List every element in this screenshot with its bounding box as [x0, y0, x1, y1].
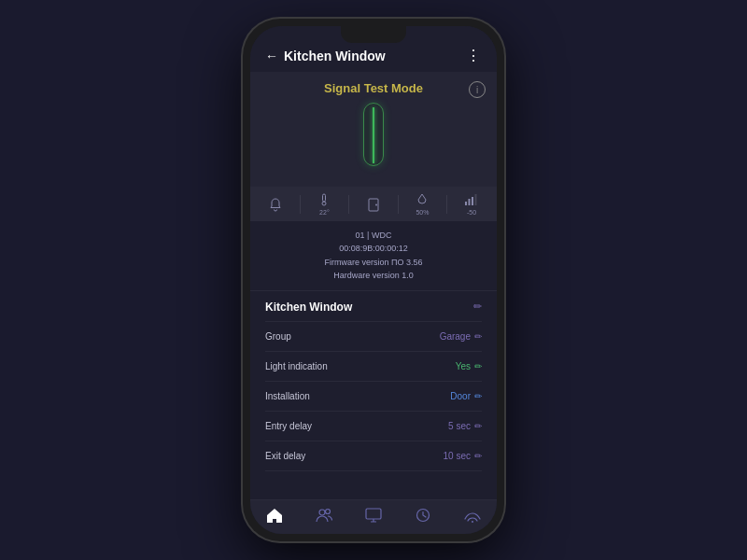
humidity-value: 50%: [416, 209, 429, 216]
info-icon-button[interactable]: i: [469, 81, 486, 98]
signal-nav-icon: [463, 508, 482, 523]
device-hardware-line: Hardware version 1.0: [265, 269, 482, 282]
light-edit-icon[interactable]: ✏: [474, 361, 482, 371]
device-name-row: Kitchen Window ✏: [265, 291, 482, 322]
monitor-icon: [364, 508, 383, 523]
setting-row-installation[interactable]: Installation Door ✏: [265, 382, 482, 412]
setting-row-exit-delay[interactable]: Exit delay 10 sec ✏: [265, 441, 482, 471]
svg-point-3: [375, 203, 377, 205]
signal-icon: [464, 192, 479, 207]
setting-row-entry-delay[interactable]: Entry delay 5 sec ✏: [265, 412, 482, 441]
entry-delay-value: 5 sec ✏: [448, 421, 482, 431]
back-button[interactable]: ←: [265, 49, 278, 63]
nav-monitor[interactable]: [364, 508, 383, 523]
device-id-line: 01 | WDC: [265, 229, 482, 242]
svg-rect-0: [323, 194, 326, 202]
group-value: Garage ✏: [440, 331, 482, 342]
svg-rect-6: [472, 197, 473, 205]
sensor-line: [373, 107, 374, 163]
exit-delay-value: 10 sec ✏: [444, 451, 482, 461]
svg-point-8: [319, 510, 325, 515]
divider: [398, 195, 399, 214]
installation-value: Door ✏: [450, 391, 482, 401]
status-humidity: 50%: [415, 192, 430, 216]
history-icon: [414, 508, 432, 523]
device-info: 01 | WDC 00:08:9B:00:00:12 Firmware vers…: [250, 221, 497, 291]
divider: [300, 195, 301, 214]
status-door: [366, 197, 381, 212]
entry-delay-edit-icon[interactable]: ✏: [474, 421, 482, 431]
nav-users[interactable]: [315, 508, 333, 523]
temp-value: 22°: [319, 209, 330, 216]
entry-delay-label: Entry delay: [265, 421, 312, 431]
light-value: Yes ✏: [456, 361, 482, 371]
phone-screen: ← Kitchen Window ⋮ Signal Test Mode i: [250, 26, 497, 534]
signal-test-section: Signal Test Mode i: [250, 72, 497, 187]
device-name: Kitchen Window: [265, 301, 352, 314]
exit-delay-edit-icon[interactable]: ✏: [474, 451, 482, 461]
installation-label: Installation: [265, 391, 310, 401]
sensor-visual: [359, 103, 388, 168]
users-icon: [315, 508, 333, 523]
svg-point-9: [326, 510, 331, 514]
notch: [341, 26, 406, 43]
phone-frame: ← Kitchen Window ⋮ Signal Test Mode i: [243, 19, 504, 541]
device-firmware-line: Firmware version ПО 3.56: [265, 256, 482, 269]
door-icon: [366, 197, 381, 212]
setting-row-light[interactable]: Light indication Yes ✏: [265, 352, 482, 382]
group-label: Group: [265, 331, 291, 342]
setting-row-group[interactable]: Group Garage ✏: [265, 322, 482, 352]
svg-rect-4: [465, 202, 467, 205]
nav-signal[interactable]: [463, 508, 482, 523]
svg-rect-7: [475, 194, 477, 205]
nav-home[interactable]: [265, 508, 284, 523]
page-title: Kitchen Window: [284, 49, 386, 63]
light-label: Light indication: [265, 361, 328, 371]
signal-test-title: Signal Test Mode: [324, 81, 423, 95]
installation-edit-icon[interactable]: ✏: [474, 391, 482, 401]
header-left[interactable]: ← Kitchen Window: [265, 49, 386, 63]
exit-delay-label: Exit delay: [265, 451, 305, 461]
svg-rect-10: [366, 509, 381, 519]
home-icon: [265, 508, 284, 523]
nav-history[interactable]: [414, 508, 432, 523]
settings-list: Kitchen Window ✏ Group Garage ✏ Light in…: [250, 291, 497, 471]
status-signal: -50: [464, 192, 479, 216]
content-area: Signal Test Mode i: [250, 72, 497, 499]
device-mac-line: 00:08:9B:00:00:12: [265, 242, 482, 255]
edit-name-button[interactable]: ✏: [473, 301, 482, 313]
bottom-nav: [250, 499, 497, 534]
divider: [348, 195, 349, 214]
humidity-icon: [415, 192, 430, 207]
signal-value: -50: [467, 209, 476, 216]
svg-point-1: [322, 202, 326, 205]
group-edit-icon[interactable]: ✏: [474, 331, 482, 342]
bell-icon: [268, 197, 283, 212]
svg-rect-5: [469, 199, 471, 205]
menu-button[interactable]: ⋮: [466, 47, 482, 64]
sensor-body: [363, 103, 384, 166]
status-bar: 22° 50%: [250, 187, 497, 221]
divider: [446, 195, 447, 214]
svg-point-12: [472, 521, 473, 523]
status-temp: 22°: [317, 192, 331, 216]
thermometer-icon: [317, 192, 331, 207]
status-bell: [268, 197, 283, 212]
